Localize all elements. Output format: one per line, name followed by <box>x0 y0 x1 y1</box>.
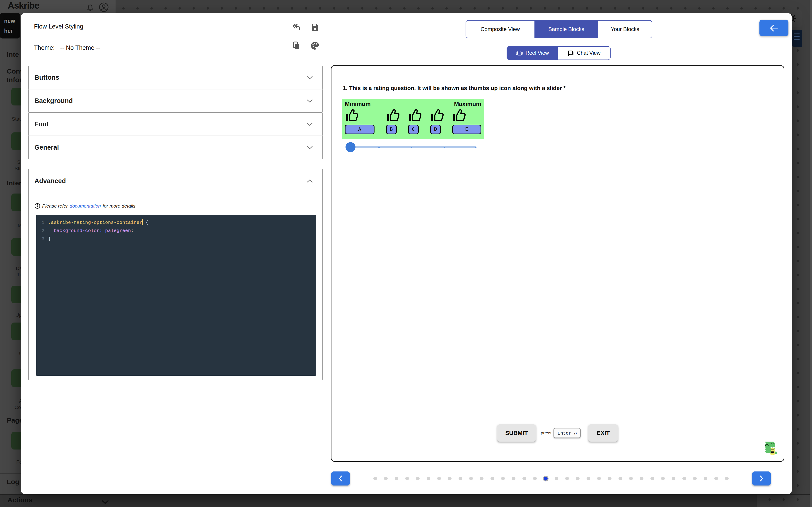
pagination-dot[interactable] <box>448 477 452 480</box>
css-code-editor[interactable]: 1 .askribe-rating-options-container { 2 … <box>36 215 316 376</box>
css-property: background-color <box>54 228 99 233</box>
block-preview-card: 1. This is a rating question. It will be… <box>331 65 784 462</box>
exit-button[interactable]: EXIT <box>589 425 618 442</box>
line-number: 2 <box>36 227 48 235</box>
backdrop-actions-label[interactable]: Actions <box>7 496 33 504</box>
screen: Askribe new her Inte Conv Infor State Se… <box>0 0 812 507</box>
pagination-dot[interactable] <box>405 477 409 480</box>
thumbs-up-icon <box>408 108 422 122</box>
note-text: Please refer <box>42 203 68 209</box>
pagination-dot-active[interactable] <box>544 477 548 481</box>
accordion-label: Buttons <box>35 74 59 81</box>
pagination-prev-button[interactable] <box>331 471 350 486</box>
scrollbar[interactable] <box>810 0 812 507</box>
pagination-dot[interactable] <box>555 477 558 480</box>
profile-avatar-icon[interactable] <box>98 1 110 13</box>
pagination-dot[interactable] <box>597 477 601 480</box>
tab-sample-blocks[interactable]: Sample Blocks <box>535 20 598 38</box>
accordion-label: Background <box>35 97 73 105</box>
mode-toggle: Reel View Chat View <box>507 46 611 60</box>
pagination-dot[interactable] <box>693 477 697 480</box>
pagination-dot[interactable] <box>608 477 611 480</box>
pagination-dot[interactable] <box>533 477 537 480</box>
question-title: 1. This is a rating question. It will be… <box>343 85 773 92</box>
rating-option: B <box>386 108 397 134</box>
tab-reel-view[interactable]: Reel View <box>507 47 558 60</box>
enter-key-hint: Enter ↵ <box>554 428 581 438</box>
undo-button[interactable] <box>291 21 302 33</box>
rating-option-button[interactable]: E <box>452 125 481 134</box>
backdrop-note-box: new her <box>0 13 20 39</box>
rating-option-button[interactable]: D <box>430 125 441 134</box>
pagination-dot[interactable] <box>618 477 622 480</box>
pagination-dot[interactable] <box>426 477 430 480</box>
pagination-dot[interactable] <box>725 477 729 480</box>
backdrop-heading: Infor <box>7 75 22 84</box>
accordion-font[interactable]: Font <box>28 112 323 136</box>
accordion-buttons[interactable]: Buttons <box>28 66 323 90</box>
chevron-down-icon[interactable] <box>99 496 111 507</box>
slider-tick <box>444 147 445 148</box>
back-button[interactable] <box>759 20 789 36</box>
rating-option: C <box>408 108 419 134</box>
backdrop-heading: Log <box>7 477 19 486</box>
pagination-dot[interactable] <box>682 477 686 480</box>
pagination-dot[interactable] <box>469 477 473 480</box>
info-icon <box>35 203 40 209</box>
code-line: 2 background-color: palegreen; <box>36 227 316 235</box>
tab-composite-view[interactable]: Composite View <box>466 20 535 38</box>
code-line: 3 } <box>36 235 316 243</box>
accordion-advanced-header[interactable]: Advanced <box>29 169 322 193</box>
pagination-dot[interactable] <box>651 477 654 480</box>
accordion-general[interactable]: General <box>28 135 323 159</box>
tab-chat-view[interactable]: Chat View <box>558 47 610 60</box>
chevron-down-icon <box>306 75 313 80</box>
pagination-dot[interactable] <box>661 477 665 480</box>
accordion-label: Advanced <box>35 177 66 185</box>
thumbs-up-icon <box>452 108 467 122</box>
flow-level-styling-modal: Flow Level Styling Theme: -- No Theme -- <box>21 13 792 494</box>
pagination-dot[interactable] <box>384 477 388 480</box>
notifications-bell-icon[interactable] <box>84 2 96 14</box>
pagination-dot[interactable] <box>565 477 569 480</box>
pagination-dot[interactable] <box>640 477 644 480</box>
slider-thumb[interactable] <box>346 142 355 152</box>
chevron-down-icon <box>306 122 313 126</box>
undo-icon <box>291 22 302 33</box>
submit-button[interactable]: SUBMIT <box>497 425 536 442</box>
pagination-next-button[interactable] <box>752 471 771 486</box>
theme-label: Theme: <box>34 44 55 51</box>
pagination-dot[interactable] <box>587 477 590 480</box>
canvas-list-button[interactable] <box>792 30 802 47</box>
pagination-dot[interactable] <box>714 477 718 480</box>
pagination-dot[interactable] <box>491 477 494 480</box>
theme-value[interactable]: -- No Theme -- <box>60 44 100 51</box>
rating-option-button[interactable]: C <box>408 125 419 134</box>
line-number: 3 <box>36 235 48 243</box>
documentation-link[interactable]: documentation <box>69 203 101 209</box>
arrow-left-icon <box>769 24 779 32</box>
pagination-dot[interactable] <box>373 477 377 480</box>
pagination-dot[interactable] <box>704 477 707 480</box>
pagination-dot[interactable] <box>459 477 462 480</box>
pagination-dot[interactable] <box>672 477 675 480</box>
copy-theme-button[interactable] <box>291 40 302 52</box>
pagination-dot[interactable] <box>480 477 484 480</box>
pagination-dot[interactable] <box>522 477 526 480</box>
pagination-dot[interactable] <box>395 477 398 480</box>
pagination-dot[interactable] <box>512 477 515 480</box>
pagination-dot[interactable] <box>576 477 579 480</box>
save-button[interactable] <box>309 22 321 34</box>
pagination-dot[interactable] <box>437 477 441 480</box>
tab-your-blocks[interactable]: Your Blocks <box>598 20 652 38</box>
code-line: 1 .askribe-rating-options-container { <box>36 219 316 227</box>
pagination-dot[interactable] <box>501 477 505 480</box>
minimum-label: Minimum <box>345 101 371 108</box>
pagination-dot[interactable] <box>629 477 633 480</box>
accordion-background[interactable]: Background <box>28 89 323 113</box>
rating-option-button[interactable]: A <box>345 125 374 134</box>
pagination-dot[interactable] <box>416 477 420 480</box>
theme-palette-button[interactable] <box>309 40 321 52</box>
rating-option-button[interactable]: B <box>386 125 397 134</box>
rating-options-container: Minimum Maximum A B C <box>342 99 484 139</box>
